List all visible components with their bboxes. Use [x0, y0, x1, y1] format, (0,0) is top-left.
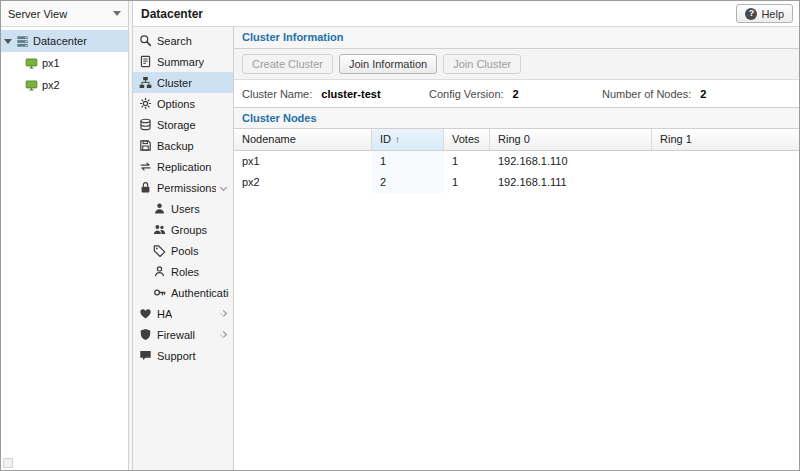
- create-cluster-button: Create Cluster: [242, 54, 333, 74]
- column-label: Ring 0: [498, 129, 530, 150]
- table-row-px1[interactable]: px1 1 1 192.168.1.110: [234, 151, 799, 172]
- cell-nodename: px2: [234, 172, 372, 193]
- sync-arrows-icon: [139, 160, 152, 173]
- help-button-label: Help: [761, 8, 784, 20]
- nav-item-label: Storage: [157, 119, 196, 131]
- cell-nodename: px1: [234, 151, 372, 172]
- nav-item-groups[interactable]: Groups: [133, 219, 233, 240]
- search-icon: [139, 34, 152, 47]
- cluster-nodes-header: Cluster Nodes: [234, 107, 799, 129]
- question-circle-icon: ?: [745, 8, 757, 20]
- node-icon: [25, 79, 38, 92]
- comment-icon: [139, 349, 152, 362]
- heart-icon: [139, 307, 152, 320]
- nav-item-roles[interactable]: Roles: [133, 261, 233, 282]
- chevron-right-icon: [220, 331, 227, 338]
- cell-ring1: [652, 151, 799, 172]
- tree-item-datacenter[interactable]: Datacenter: [1, 30, 128, 52]
- column-header-ring1[interactable]: Ring 1: [652, 129, 799, 150]
- nav-item-options[interactable]: Options: [133, 93, 233, 114]
- page-title: Datacenter: [141, 7, 203, 21]
- node-icon: [25, 57, 38, 70]
- nodes-table-header: Nodename ID↑ Votes Ring 0 Ring 1: [234, 129, 799, 151]
- tree-expander-icon[interactable]: [4, 39, 12, 44]
- column-label: Nodename: [242, 129, 296, 150]
- nav-item-storage[interactable]: Storage: [133, 114, 233, 135]
- nav-item-label: Options: [157, 98, 195, 110]
- topbar: Datacenter ? Help: [133, 1, 799, 27]
- tree-item-px2[interactable]: px2: [1, 74, 128, 96]
- nav-item-firewall[interactable]: Firewall: [133, 324, 233, 345]
- column-label: Ring 1: [660, 129, 692, 150]
- sort-ascending-icon: ↑: [395, 129, 400, 150]
- nav-item-label: Pools: [171, 245, 199, 257]
- nav-item-permissions[interactable]: Permissions: [133, 177, 233, 198]
- cluster-toolbar: Create Cluster Join Information Join Clu…: [234, 49, 799, 80]
- nav-item-summary[interactable]: Summary: [133, 51, 233, 72]
- app-window: Server View Datacenter px1 px2 Datacente…: [0, 0, 800, 471]
- nav-item-label: HA: [157, 308, 172, 320]
- join-cluster-button: Join Cluster: [443, 54, 521, 74]
- nav-item-label: Roles: [171, 266, 199, 278]
- nav-item-label: Replication: [157, 161, 211, 173]
- tag-icon: [153, 244, 166, 257]
- help-button[interactable]: ? Help: [736, 4, 793, 23]
- tree-item-px1[interactable]: px1: [1, 52, 128, 74]
- cluster-name-field: Cluster Name: cluster-test: [242, 88, 429, 100]
- cluster-information-header: Cluster Information: [234, 27, 799, 49]
- config-version-field: Config Version: 2: [429, 88, 602, 100]
- nav-item-label: Search: [157, 35, 192, 47]
- cell-ring0: 192.168.1.110: [490, 151, 652, 172]
- users-icon: [153, 223, 166, 236]
- cell-ring0: 192.168.1.111: [490, 172, 652, 193]
- nav-item-search[interactable]: Search: [133, 30, 233, 51]
- table-row-px2[interactable]: px2 2 1 192.168.1.111: [234, 172, 799, 193]
- column-label: Votes: [452, 129, 480, 150]
- view-selector-label: Server View: [8, 8, 67, 20]
- nav-item-label: Users: [171, 203, 200, 215]
- tree-item-label: px1: [42, 57, 60, 69]
- cell-id: 1: [372, 151, 444, 172]
- nav-item-label: Firewall: [157, 329, 195, 341]
- column-header-nodename[interactable]: Nodename: [234, 129, 372, 150]
- number-of-nodes-label: Number of Nodes:: [602, 88, 691, 100]
- nav-item-replication[interactable]: Replication: [133, 156, 233, 177]
- column-header-id[interactable]: ID↑: [372, 129, 444, 150]
- cluster-panel: Cluster Information Create Cluster Join …: [234, 27, 799, 470]
- user-icon: [153, 202, 166, 215]
- chevron-down-icon: [113, 11, 121, 16]
- lock-icon: [139, 181, 152, 194]
- cluster-name-value: cluster-test: [321, 88, 380, 100]
- nav-item-label: Permissions: [157, 182, 216, 194]
- nav-item-label: Summary: [157, 56, 204, 68]
- gear-icon: [139, 97, 152, 110]
- database-icon: [139, 118, 152, 131]
- chevron-down-icon: [220, 184, 227, 191]
- nav-item-label: Authentication: [171, 287, 229, 299]
- cluster-summary-row: Cluster Name: cluster-test Config Versio…: [234, 80, 799, 107]
- column-label: ID: [380, 129, 391, 150]
- nav-item-authentication[interactable]: Authentication: [133, 282, 233, 303]
- nav-item-users[interactable]: Users: [133, 198, 233, 219]
- view-selector-dropdown[interactable]: Server View: [1, 1, 128, 27]
- tree-item-label: Datacenter: [33, 35, 87, 47]
- datacenter-icon: [16, 35, 29, 48]
- nav-item-support[interactable]: Support: [133, 345, 233, 366]
- column-header-ring0[interactable]: Ring 0: [490, 129, 652, 150]
- nav-item-label: Groups: [171, 224, 207, 236]
- nav-item-pools[interactable]: Pools: [133, 240, 233, 261]
- nav-item-ha[interactable]: HA: [133, 303, 233, 324]
- chevron-right-icon: [220, 310, 227, 317]
- tree-item-label: px2: [42, 79, 60, 91]
- join-information-button[interactable]: Join Information: [339, 54, 437, 74]
- scrollbar-corner: [3, 458, 13, 468]
- key-icon: [153, 286, 166, 299]
- right-region: Datacenter ? Help Search Summary C: [132, 1, 799, 470]
- column-header-votes[interactable]: Votes: [444, 129, 490, 150]
- cluster-icon: [139, 76, 152, 89]
- nav-item-cluster[interactable]: Cluster: [133, 72, 233, 93]
- nav-item-backup[interactable]: Backup: [133, 135, 233, 156]
- floppy-icon: [139, 139, 152, 152]
- config-version-label: Config Version:: [429, 88, 504, 100]
- server-view-panel: Server View Datacenter px1 px2: [1, 1, 129, 470]
